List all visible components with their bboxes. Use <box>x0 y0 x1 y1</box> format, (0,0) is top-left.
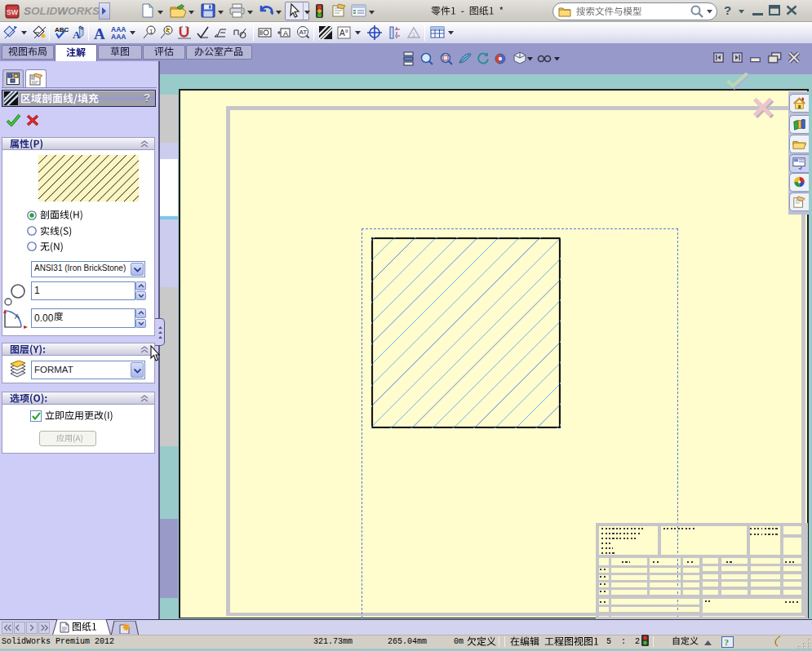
svg-text:A°: A° <box>339 29 348 38</box>
svg-text:SW: SW <box>7 8 19 16</box>
svg-text:AAA: AAA <box>111 33 126 40</box>
svg-text:AT: AT <box>300 29 308 36</box>
svg-text:?: ? <box>725 637 730 647</box>
svg-text:ABC: ABC <box>55 26 69 33</box>
svg-text:A: A <box>283 29 288 38</box>
svg-text:1: 1 <box>412 32 415 38</box>
svg-text:A: A <box>94 25 105 40</box>
svg-text:1: 1 <box>149 28 153 35</box>
svg-text:A: A <box>15 312 20 321</box>
